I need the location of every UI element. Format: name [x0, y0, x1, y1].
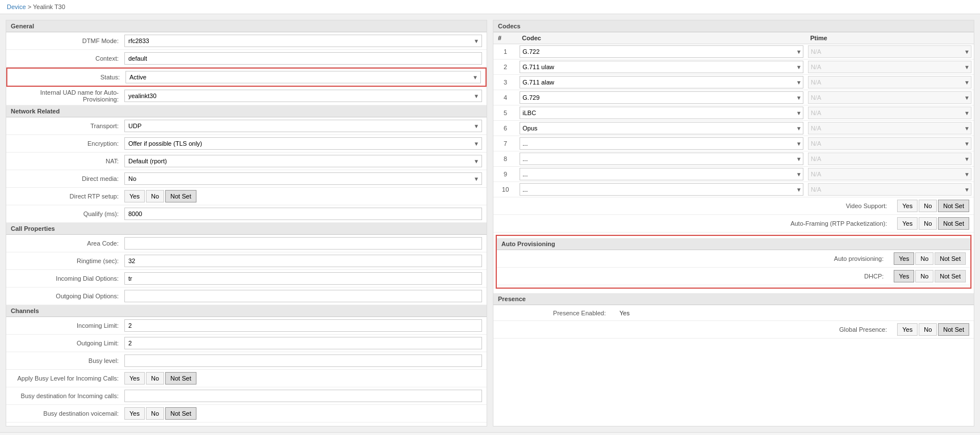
codec-select-8[interactable]: ...	[520, 153, 803, 165]
outgoing-dial-input[interactable]	[124, 290, 482, 302]
codec-num-8: 8	[493, 151, 517, 167]
codec-select-cell-2: G.711 ulaw ▼	[517, 60, 806, 75]
busy-voicemail-yes-button[interactable]: Yes	[124, 407, 145, 420]
autoframing-notset-button[interactable]: Not Set	[938, 217, 969, 230]
busy-level-input[interactable]	[124, 354, 482, 367]
autoframing-label: Auto-Framing (RTP Packetization):	[779, 220, 893, 227]
direct-rtp-no-button[interactable]: No	[146, 190, 164, 202]
codec-select-7[interactable]: ...	[520, 137, 803, 150]
nat-select-wrapper: Default (rport) ▼	[124, 155, 482, 167]
direct-media-select-wrapper: No ▼	[124, 172, 482, 185]
dhcp-group: Yes No Not Set	[894, 270, 966, 282]
codec-select-1[interactable]: G.722	[520, 45, 803, 58]
outgoing-limit-input[interactable]	[124, 337, 482, 349]
codec-num-3: 3	[493, 75, 517, 90]
ptime-select-8[interactable]: N/A	[808, 153, 971, 165]
presence-section-header: Presence	[493, 293, 974, 305]
direct-rtp-yes-button[interactable]: Yes	[124, 190, 145, 202]
dhcp-yes-button[interactable]: Yes	[894, 270, 914, 282]
codec-num-1: 1	[493, 44, 517, 60]
codec-select-6[interactable]: Opus	[520, 122, 803, 134]
direct-rtp-notset-button[interactable]: Not Set	[165, 190, 196, 202]
ptime-select-2[interactable]: N/A	[808, 61, 971, 73]
video-yes-button[interactable]: Yes	[897, 200, 918, 212]
ptime-select-7[interactable]: N/A	[808, 137, 971, 150]
codecs-section-header: Codecs	[493, 20, 974, 32]
incoming-dial-input[interactable]	[124, 272, 482, 285]
auto-prov-notset-button[interactable]: Not Set	[935, 252, 966, 265]
nat-select[interactable]: Default (rport)	[124, 155, 482, 167]
codec-select-10[interactable]: ...	[520, 183, 803, 196]
codec-row-5: 5 iLBC ▼ N/A ▼	[493, 105, 974, 121]
ringtime-input[interactable]	[124, 255, 482, 267]
breadcrumb-device[interactable]: Device	[7, 3, 26, 10]
internal-uad-row: Internal UAD name for Auto-Provisioning:…	[6, 87, 487, 105]
breadcrumb-current: Yealink T30	[33, 3, 65, 10]
incoming-limit-input[interactable]	[124, 319, 482, 332]
apply-busy-notset-button[interactable]: Not Set	[165, 372, 196, 385]
outgoing-dial-label: Outgoing Dial Options:	[11, 293, 124, 299]
video-support-group: Yes No Not Set	[897, 200, 969, 212]
codec-row-9: 9 ... ▼ N/A ▼	[493, 167, 974, 182]
qualify-input[interactable]	[124, 208, 482, 220]
transport-label: Transport:	[11, 123, 124, 129]
dhcp-no-button[interactable]: No	[915, 270, 933, 282]
direct-rtp-row: Direct RTP setup: Yes No Not Set	[6, 188, 487, 205]
context-input[interactable]	[124, 52, 482, 65]
area-code-input[interactable]	[124, 237, 482, 250]
apply-busy-yes-button[interactable]: Yes	[124, 372, 145, 385]
internal-uad-select[interactable]: yealinkt30	[124, 90, 482, 102]
autoframing-group: Yes No Not Set	[897, 217, 969, 230]
dhcp-notset-button[interactable]: Not Set	[935, 270, 966, 282]
ptime-select-10[interactable]: N/A	[808, 183, 971, 196]
ptime-select-4[interactable]: N/A	[808, 91, 971, 104]
internal-uad-label: Internal UAD name for Auto-Provisioning:	[11, 89, 124, 103]
codec-select-cell-10: ... ▼	[517, 182, 806, 197]
col-ptime: Ptime	[806, 32, 974, 44]
global-yes-button[interactable]: Yes	[897, 323, 918, 336]
auto-prov-no-button[interactable]: No	[915, 252, 933, 265]
encryption-label: Encryption:	[11, 140, 124, 147]
transport-select[interactable]: UDP	[124, 120, 482, 132]
apply-busy-group: Yes No Not Set	[124, 372, 196, 385]
autoframing-no-button[interactable]: No	[919, 217, 937, 230]
apply-busy-label: Apply Busy Level for Incoming Calls:	[11, 375, 124, 382]
codec-select-4[interactable]: G.729	[520, 91, 803, 104]
codec-row-2: 2 G.711 ulaw ▼ N/A ▼	[493, 60, 974, 75]
codec-num-7: 7	[493, 136, 517, 151]
apply-busy-no-button[interactable]: No	[146, 372, 164, 385]
codec-select-2[interactable]: G.711 ulaw	[520, 61, 803, 73]
encryption-select[interactable]: Offer if possible (TLS only)	[124, 137, 482, 150]
codec-select-cell-3: G.711 alaw ▼	[517, 75, 806, 90]
codec-select-3[interactable]: G.711 alaw	[520, 76, 803, 88]
autoframing-yes-button[interactable]: Yes	[897, 217, 918, 230]
ptime-select-1[interactable]: N/A	[808, 45, 971, 58]
codec-row-6: 6 Opus ▼ N/A ▼	[493, 121, 974, 136]
global-no-button[interactable]: No	[919, 323, 937, 336]
dtmf-select[interactable]: rfc2833	[124, 35, 482, 47]
channels-section-header: Channels	[6, 305, 487, 317]
left-panel: General DTMF Mode: rfc2833 ▼ Context: St…	[6, 20, 487, 426]
outgoing-limit-label: Outgoing Limit:	[11, 340, 124, 347]
ptime-select-3[interactable]: N/A	[808, 76, 971, 88]
ptime-select-5[interactable]: N/A	[808, 107, 971, 119]
status-select[interactable]: Active	[125, 71, 481, 83]
codec-select-9[interactable]: ...	[520, 168, 803, 180]
direct-media-select[interactable]: No	[124, 172, 482, 185]
ptime-select-6[interactable]: N/A	[808, 122, 971, 134]
busy-dest-input[interactable]	[124, 390, 482, 402]
codec-select-5[interactable]: iLBC	[520, 107, 803, 119]
dhcp-row: DHCP: Yes No Not Set	[497, 268, 970, 285]
breadcrumb: Device > Yealink T30	[0, 0, 980, 14]
bottom-bar: ✓ Save ← Go back	[0, 432, 980, 435]
busy-voicemail-no-button[interactable]: No	[146, 407, 164, 420]
busy-voicemail-notset-button[interactable]: Not Set	[165, 407, 196, 420]
auto-prov-yes-button[interactable]: Yes	[894, 252, 914, 265]
global-notset-button[interactable]: Not Set	[938, 323, 969, 336]
video-notset-button[interactable]: Not Set	[938, 200, 969, 212]
video-no-button[interactable]: No	[919, 200, 937, 212]
ptime-select-9[interactable]: N/A	[808, 168, 971, 180]
codec-num-10: 10	[493, 182, 517, 197]
auto-prov-group: Yes No Not Set	[894, 252, 966, 265]
ptime-cell-3: N/A ▼	[806, 75, 974, 90]
